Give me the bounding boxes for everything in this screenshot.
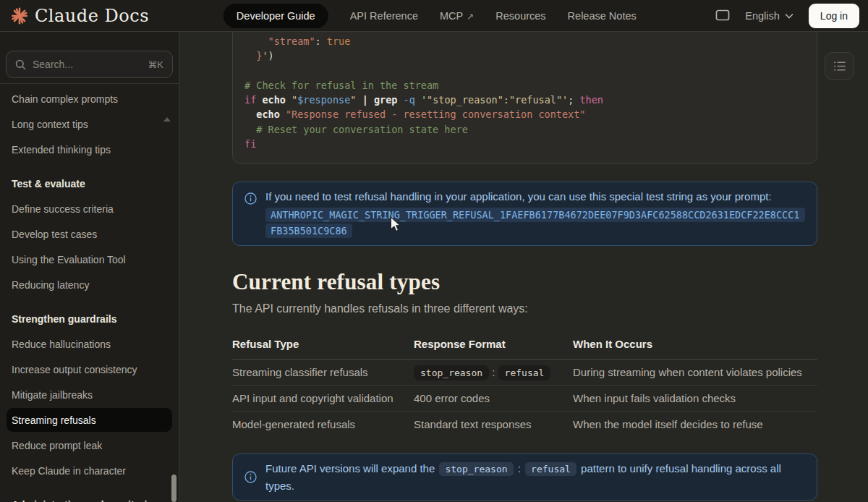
code-line: }') — [244, 48, 805, 63]
logo[interactable]: Claude Docs — [10, 6, 149, 26]
nav-item-resources[interactable]: Resources — [495, 10, 545, 22]
inline-code-chip: stop_reason — [414, 365, 489, 380]
intro-paragraph: The API currently handles refusals in th… — [232, 302, 817, 315]
sidebar-item-increase-output-consistency[interactable]: Increase output consistency — [0, 357, 179, 382]
nav-item-developer-guide[interactable]: Developer Guide — [224, 4, 328, 28]
table-header-response-format: Response Format — [414, 331, 573, 360]
nav-item-release-notes[interactable]: Release Notes — [568, 10, 637, 22]
info-icon — [244, 192, 257, 205]
sidebar-nav: Chain complex promptsLong context tipsEx… — [0, 84, 179, 502]
primary-nav: Developer GuideAPI ReferenceMCP↗Resource… — [224, 4, 637, 28]
inline-code-chip: refusal — [525, 462, 576, 476]
code-line: if echo "$response" | grep -q '"stop_rea… — [244, 93, 805, 107]
sidebar-item-reduce-hallucinations[interactable]: Reduce hallucinations — [0, 331, 179, 357]
external-link-icon: ↗ — [467, 12, 474, 22]
app-body: ⌘K Chain complex promptsLong context tip… — [0, 0, 868, 502]
sidebar-item-mitigate-jailbreaks[interactable]: Mitigate jailbreaks — [0, 382, 179, 407]
table-cell: 400 error codes — [414, 386, 573, 412]
toc-button[interactable] — [825, 52, 854, 80]
info-callout-future: Future API versions will expand the stop… — [232, 454, 817, 501]
sidebar-search-area: ⌘K — [0, 32, 179, 84]
top-navbar: Claude Docs Developer GuideAPI Reference… — [0, 0, 868, 32]
sidebar-item-reducing-latency[interactable]: Reducing latency — [0, 272, 179, 297]
code-block[interactable]: "stream": true }') # Check for refusal i… — [232, 32, 817, 164]
scroll-up-indicator — [163, 117, 171, 122]
inline-code-chip: stop_reason — [439, 462, 513, 476]
table-cell: Model-generated refusals — [232, 412, 414, 438]
language-selector[interactable]: English — [745, 10, 793, 22]
table-row: Streaming classifier refusalsstop_reason… — [232, 360, 817, 386]
login-button[interactable]: Log in — [809, 4, 859, 28]
code-line: "stream": true — [244, 34, 805, 48]
refusal-types-table: Refusal TypeResponse FormatWhen It Occur… — [232, 331, 817, 437]
language-label: English — [745, 10, 780, 22]
toc-list-icon — [833, 61, 846, 72]
logo-text: Claude Docs — [35, 6, 149, 26]
sidebar-item-develop-test-cases[interactable]: Develop test cases — [0, 221, 179, 247]
sidebar-item-reduce-prompt-leak[interactable]: Reduce prompt leak — [0, 433, 179, 458]
search-box[interactable]: ⌘K — [6, 51, 173, 78]
sidebar-item-administration-and-monitoring: Administration and monitoring — [0, 492, 179, 502]
main-content: "stream": true }') # Check for refusal i… — [179, 32, 868, 502]
table-cell: When input fails validation checks — [573, 386, 817, 412]
nav-item-api-reference[interactable]: API Reference — [350, 10, 418, 22]
code-line: fi — [244, 137, 805, 151]
article: "stream": true }') # Check for refusal i… — [232, 32, 817, 501]
code-line: echo "Response refused - resetting conve… — [244, 107, 805, 122]
callout-text: If you need to test refusal handling in … — [265, 189, 805, 204]
table-header-refusal-type: Refusal Type — [232, 331, 414, 360]
table-cell: When the model itself decides to refuse — [573, 412, 817, 438]
inline-code-chip: refusal — [498, 365, 551, 380]
table-cell: During streaming when content violates p… — [573, 360, 817, 386]
sidebar-item-streaming-refusals[interactable]: Streaming refusals — [7, 408, 172, 432]
table-row: Model-generated refusalsStandard text re… — [232, 412, 817, 438]
code-line — [244, 64, 805, 78]
sidebar-item-test-evaluate: Test & evaluate — [0, 171, 179, 196]
info-callout-test-string: If you need to test refusal handling in … — [232, 182, 817, 246]
table-cell: Standard text responses — [414, 412, 573, 438]
sidebar-item-keep-claude-in-character[interactable]: Keep Claude in character — [0, 458, 179, 483]
table-header-when-it-occurs: When It Occurs — [573, 331, 817, 360]
sidebar-item-long-context-tips[interactable]: Long context tips — [0, 111, 179, 137]
sidebar-item-chain-complex-prompts[interactable]: Chain complex prompts — [0, 86, 179, 111]
code-line: # Check for refusal in the stream — [244, 78, 805, 93]
callout-future-text: Future API versions will expand the stop… — [265, 460, 805, 494]
chevron-down-icon — [785, 13, 793, 19]
search-shortcut: ⌘K — [148, 59, 163, 70]
table-cell: API input and copyright validation — [232, 386, 414, 412]
code-line: # Reset your conversation state here — [244, 122, 805, 137]
info-icon — [244, 471, 257, 483]
sidebar: ⌘K Chain complex promptsLong context tip… — [0, 32, 179, 502]
table-row: API input and copyright validation400 er… — [232, 386, 817, 412]
sidebar-scrollbar-thumb[interactable] — [171, 475, 176, 502]
search-icon — [15, 59, 26, 70]
search-input[interactable] — [33, 59, 141, 70]
sidebar-item-strengthen-guardrails: Strengthen guardrails — [0, 306, 179, 331]
nav-item-mcp[interactable]: MCP↗ — [440, 10, 474, 22]
claude-starburst-icon — [10, 7, 29, 25]
table-cell: stop_reason : refusal — [414, 360, 573, 386]
header-controls: English Log in — [715, 4, 859, 28]
sidebar-item-using-the-evaluation-tool[interactable]: Using the Evaluation Tool — [0, 247, 179, 272]
table-cell: Streaming classifier refusals — [232, 360, 414, 386]
sidebar-item-define-success-criteria[interactable]: Define success criteria — [0, 196, 179, 221]
page-section-heading: Current refusal types — [232, 269, 817, 295]
sidebar-item-extended-thinking-tips[interactable]: Extended thinking tips — [0, 137, 179, 162]
magic-test-string[interactable]: ANTHROPIC_MAGIC_STRING_TRIGGER_REFUSAL_1… — [265, 208, 805, 238]
theme-toggle-icon[interactable] — [715, 9, 730, 22]
